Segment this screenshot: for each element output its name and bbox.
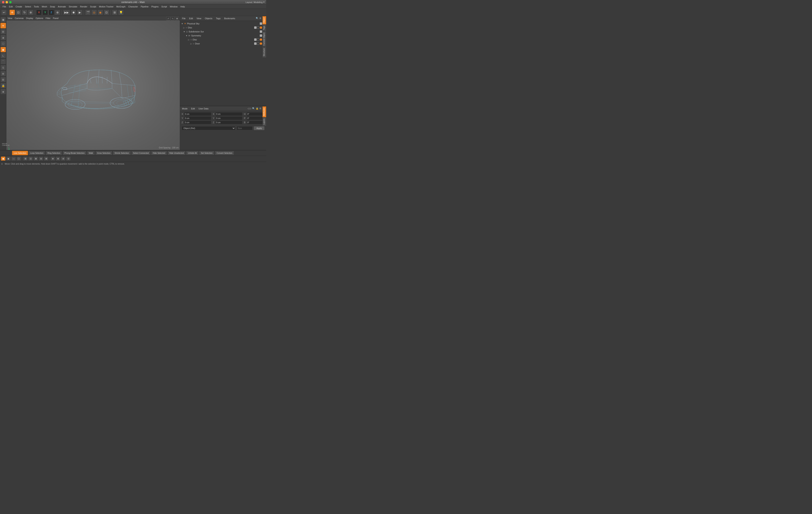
- close-button[interactable]: [2, 1, 4, 3]
- move-tool-button[interactable]: ✛: [9, 9, 15, 15]
- panel-menu[interactable]: Panel: [53, 17, 59, 19]
- obj-mgr-search-icon[interactable]: 🔍: [256, 17, 259, 20]
- menu-simulate[interactable]: Simulate: [67, 5, 79, 8]
- icon-tool-13[interactable]: ⊙: [66, 156, 71, 161]
- icon-tool-2[interactable]: ◉: [6, 156, 11, 161]
- vtab-layers[interactable]: Layers: [263, 117, 266, 126]
- y-size-input[interactable]: [215, 116, 242, 120]
- edge-tool[interactable]: ⬡: [0, 41, 6, 46]
- icon-tool-1[interactable]: ▣: [1, 156, 6, 161]
- edit-mode-button[interactable]: ⊞: [112, 9, 117, 15]
- menu-plugins[interactable]: Plugins: [150, 5, 160, 8]
- walk-button[interactable]: Walk: [87, 151, 95, 155]
- vtab-structure[interactable]: Structure: [263, 47, 266, 58]
- menu-select[interactable]: Select: [24, 5, 33, 8]
- attr-back-icon[interactable]: ◁: [248, 107, 249, 110]
- attr-userdata-tab[interactable]: User Data: [198, 107, 209, 110]
- soft-select-tool[interactable]: S: [0, 65, 6, 71]
- transform-tool-button[interactable]: ⊕: [28, 9, 34, 15]
- obj-mgr-tags-tab[interactable]: Tags: [215, 17, 222, 20]
- x-size-input[interactable]: [215, 112, 242, 116]
- icon-tool-8[interactable]: ⊟: [38, 156, 44, 161]
- render-button[interactable]: ◉: [97, 9, 103, 15]
- icon-tool-3[interactable]: —: [11, 156, 16, 161]
- menu-help[interactable]: Help: [179, 5, 186, 8]
- obj-mgr-file-tab[interactable]: File: [181, 17, 186, 20]
- layout-selector[interactable]: Layout: Modeling ▾: [245, 1, 264, 3]
- menu-snap[interactable]: Snap: [49, 5, 57, 8]
- grow-selection-button[interactable]: Grow Selection: [95, 151, 113, 155]
- polygon-tool[interactable]: ◈: [0, 35, 6, 40]
- apply-button[interactable]: Apply: [254, 126, 264, 130]
- line-tool[interactable]: L: [0, 53, 6, 58]
- scale-tool-button[interactable]: ⊡: [16, 9, 21, 15]
- nav-arrows-icon[interactable]: ⤢: [166, 17, 170, 20]
- timeline-button[interactable]: ▶▶: [63, 9, 70, 15]
- menu-render[interactable]: Render: [79, 5, 89, 8]
- maximize-button[interactable]: [9, 1, 11, 3]
- icon-tool-6[interactable]: ⊡: [28, 156, 33, 161]
- x-axis-button[interactable]: X: [36, 9, 42, 15]
- cameras-menu[interactable]: Cameras: [15, 17, 24, 19]
- vtab-object[interactable]: Object: [263, 16, 266, 24]
- icon-tool-7[interactable]: ⊠: [33, 156, 38, 161]
- object-rel-dropdown[interactable]: Object (Rel): [182, 126, 235, 130]
- menu-script[interactable]: Script: [160, 5, 168, 8]
- grid2-tool[interactable]: ⊞: [0, 77, 6, 82]
- bezier-tool[interactable]: ⌒: [0, 59, 6, 64]
- select-connected-button[interactable]: Select Connected: [131, 151, 151, 155]
- set-selection-button[interactable]: Set Selection: [199, 151, 214, 155]
- render-settings-button[interactable]: 🎬: [85, 9, 91, 15]
- grid-tool[interactable]: ⊞: [0, 29, 6, 34]
- x-pos-input[interactable]: [184, 112, 211, 116]
- options-menu[interactable]: Options: [35, 17, 43, 19]
- sculpt-tool[interactable]: ⊗: [0, 71, 6, 76]
- live-selection-button[interactable]: Live Selection: [12, 151, 28, 155]
- vtab-tags[interactable]: Tags: [263, 24, 266, 31]
- hide-selected-button[interactable]: Hide Selected: [151, 151, 167, 155]
- menu-mograph[interactable]: MoGraph: [115, 5, 127, 8]
- icon-tool-12[interactable]: ⊘: [61, 156, 65, 161]
- menu-mesh[interactable]: Mesh: [40, 5, 49, 8]
- attr-settings-icon[interactable]: ⚙: [259, 107, 261, 110]
- obj-mgr-view-tab[interactable]: View: [196, 17, 202, 20]
- rotate-tool-button[interactable]: ↻: [22, 9, 27, 15]
- vtab-current[interactable]: Current Object: [263, 31, 266, 47]
- menu-window[interactable]: Window: [168, 5, 179, 8]
- viewport[interactable]: View Cameras Display Options Filter Pane…: [6, 16, 180, 150]
- obj-subdivision[interactable]: ▼ ◇ Subdivision Sur: [180, 30, 266, 34]
- icon-tool-10[interactable]: ⊕: [50, 156, 55, 161]
- material-tool[interactable]: ◈: [0, 89, 6, 94]
- obj-door[interactable]: ▷ ○ Door: [180, 42, 266, 46]
- convert-selection-button[interactable]: Convert Selection: [215, 151, 234, 155]
- obj-mgr-bookmarks-tab[interactable]: Bookmarks: [223, 17, 236, 20]
- obj-symmetry[interactable]: ▼ ⊳ Symmetry: [180, 34, 266, 37]
- z-pos-input[interactable]: [184, 120, 211, 124]
- view-menu[interactable]: View: [8, 17, 12, 19]
- world-space-button[interactable]: ⊕: [55, 9, 60, 15]
- viewport-canvas[interactable]: X Y: [6, 20, 180, 150]
- obj-physical-sky[interactable]: ▼ ☀ Physical Sky ✓: [180, 22, 266, 26]
- attr-forward-icon[interactable]: ▷: [250, 107, 251, 110]
- undo-button[interactable]: ↩: [1, 9, 7, 15]
- nav-maximize-icon[interactable]: ⤡: [171, 17, 175, 20]
- z-axis-button[interactable]: Z: [49, 9, 54, 15]
- attr-search-icon[interactable]: 🔍: [252, 107, 255, 110]
- phong-break-selection-button[interactable]: Phong Break Selection: [62, 151, 87, 155]
- nav-settings-icon[interactable]: ⊞: [175, 17, 179, 20]
- icon-tool-11[interactable]: ⊗: [56, 156, 60, 161]
- render-view-button[interactable]: ◎: [91, 9, 97, 15]
- icon-tool-5[interactable]: ⊞: [23, 156, 28, 161]
- obj-mgr-objects-tab[interactable]: Objects: [204, 17, 213, 20]
- lock-tool[interactable]: 🔒: [0, 83, 6, 88]
- obj-mgr-settings-icon[interactable]: ⚙: [259, 17, 261, 20]
- menu-create[interactable]: Create: [14, 5, 24, 8]
- filter-menu[interactable]: Filter: [46, 17, 50, 19]
- y-pos-input[interactable]: [184, 116, 211, 120]
- select-tool[interactable]: ✳: [0, 23, 6, 28]
- menu-motion tracker[interactable]: Motion Tracker: [97, 5, 115, 8]
- point-tool[interactable]: ◉: [0, 47, 6, 52]
- obj-mgr-edit-tab[interactable]: Edit: [188, 17, 194, 20]
- shrink-selection-button[interactable]: Shrink Selection: [113, 151, 131, 155]
- vtab-attributes[interactable]: Attributes: [263, 106, 266, 117]
